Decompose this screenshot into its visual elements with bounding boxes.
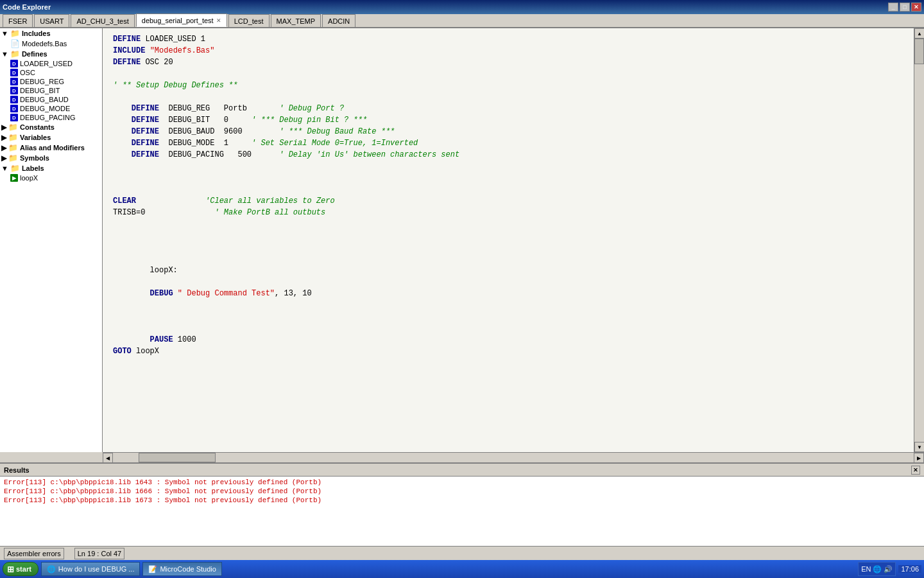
sidebar-item-modedefs[interactable]: 📄 Modedefs.Bas: [0, 39, 102, 49]
minimize-button[interactable]: _: [888, 3, 898, 12]
icon-debug-baud: D: [10, 96, 18, 103]
sidebar: ▼ 📁 Includes 📄 Modedefs.Bas ▼ 📁 Defines …: [0, 28, 103, 452]
result-line-3: Error[113] c:\pbp\pbppic18.lib 1673 : Sy…: [4, 496, 920, 505]
code-content[interactable]: DEFINE LOADER_USED 1 INCLUDE "Modedefs.B…: [103, 28, 914, 452]
network-icon: 🌐: [873, 565, 882, 574]
result-line-2: Error[113] c:\pbp\pbppic18.lib 1666 : Sy…: [4, 487, 920, 496]
title-bar: Code Explorer _ □ ✕: [0, 0, 924, 14]
window-title: Code Explorer: [3, 3, 888, 11]
sidebar-label-osc: OSC: [20, 69, 35, 76]
tab-lcd-test[interactable]: LCD_test: [228, 14, 270, 27]
sidebar-item-loader-used[interactable]: D LOADER_USED: [0, 59, 102, 68]
taskbar-microcode-label: MicroCode Studio: [160, 565, 216, 573]
locale-indicator: EN: [861, 565, 871, 573]
sidebar-item-osc[interactable]: D OSC: [0, 68, 102, 77]
sidebar-label-modedefs: Modedefs.Bas: [22, 40, 67, 48]
sidebar-section-defines[interactable]: ▼ 📁 Defines: [0, 49, 102, 59]
sidebar-label-symbols: Symbols: [20, 154, 49, 162]
sidebar-item-debug-pacing[interactable]: D DEBUG_PACING: [0, 113, 102, 122]
tab-debug-serial[interactable]: debug_serial_port_test ✕: [136, 13, 227, 27]
tab-adcin[interactable]: ADCIN: [322, 14, 355, 27]
vertical-scrollbar[interactable]: ▲ ▼: [914, 28, 924, 452]
folder-icon-includes: 📁: [10, 29, 20, 38]
sidebar-label-constants: Constants: [20, 123, 55, 131]
sidebar-section-variables[interactable]: ▶ 📁 Variables: [0, 132, 102, 143]
scroll-thumb-v[interactable]: [914, 39, 924, 64]
sidebar-section-includes[interactable]: ▼ 📁 Includes: [0, 28, 102, 39]
sidebar-label-alias: Alias and Modifiers: [20, 144, 85, 152]
status-bar: Assembler errors Ln 19 : Col 47: [0, 546, 924, 560]
sidebar-label-defines: Defines: [22, 50, 47, 58]
speaker-icon: 🔊: [884, 565, 893, 574]
icon-debug-mode: D: [10, 105, 18, 112]
status-assembler-errors: Assembler errors: [4, 548, 64, 559]
system-tray: EN 🌐 🔊: [858, 562, 896, 576]
icon-debug-bit: D: [10, 87, 18, 94]
status-position: Ln 19 : Col 47: [74, 548, 125, 559]
microcode-icon: 📝: [148, 565, 157, 574]
tab-ad-chu[interactable]: AD_CHU_3_test: [71, 14, 134, 27]
taskbar-window-ie[interactable]: 🌐 How do I use DEBUG ...: [41, 562, 141, 576]
sidebar-item-loopx[interactable]: ▶ loopX: [0, 173, 102, 182]
collapse-arrow-includes: ▼: [1, 30, 8, 37]
collapse-arrow-alias: ▶: [1, 144, 6, 152]
sidebar-section-constants[interactable]: ▶ 📁 Constants: [0, 122, 102, 132]
collapse-arrow-symbols: ▶: [1, 154, 6, 162]
ie-icon: 🌐: [47, 565, 56, 574]
results-title: Results: [4, 466, 30, 474]
tab-fser[interactable]: FSER: [3, 14, 33, 27]
taskbar-window-microcode[interactable]: 📝 MicroCode Studio: [142, 562, 221, 576]
scroll-down-button[interactable]: ▼: [914, 442, 924, 452]
scroll-right-button[interactable]: ▶: [914, 453, 924, 463]
tab-bar: FSER USART AD_CHU_3_test debug_serial_po…: [0, 14, 924, 28]
sidebar-section-symbols[interactable]: ▶ 📁 Symbols: [0, 153, 102, 163]
sidebar-item-debug-bit[interactable]: D DEBUG_BIT: [0, 86, 102, 95]
sidebar-item-debug-reg[interactable]: D DEBUG_REG: [0, 77, 102, 86]
status-left-text: Assembler errors: [7, 550, 61, 557]
icon-debug-pacing: D: [10, 114, 18, 121]
start-button[interactable]: ⊞ start: [3, 562, 38, 576]
sidebar-item-debug-mode[interactable]: D DEBUG_MODE: [0, 104, 102, 113]
tab-usart[interactable]: USART: [34, 14, 69, 27]
result-line-1: Error[113] c:\pbp\pbppic18.lib 1643 : Sy…: [4, 478, 920, 487]
collapse-arrow-defines: ▼: [1, 50, 8, 58]
horizontal-scrollbar[interactable]: ◀ ▶: [103, 452, 924, 462]
tab-max-temp[interactable]: MAX_TEMP: [271, 14, 321, 27]
taskbar: ⊞ start 🌐 How do I use DEBUG ... 📝 Micro…: [0, 560, 924, 578]
status-position-text: Ln 19 : Col 47: [78, 550, 122, 557]
results-content: Error[113] c:\pbp\pbppic18.lib 1643 : Sy…: [0, 477, 924, 546]
sidebar-label-debug-baud: DEBUG_BAUD: [20, 96, 69, 103]
sidebar-item-debug-baud[interactable]: D DEBUG_BAUD: [0, 95, 102, 104]
results-panel: Results ✕ Error[113] c:\pbp\pbppic18.lib…: [0, 462, 924, 546]
close-button[interactable]: ✕: [911, 3, 921, 12]
results-header: Results ✕: [0, 464, 924, 477]
code-editor[interactable]: DEFINE LOADER_USED 1 INCLUDE "Modedefs.B…: [103, 28, 914, 452]
icon-osc: D: [10, 69, 18, 76]
maximize-button[interactable]: □: [900, 3, 910, 12]
icon-loopx: ▶: [10, 174, 18, 182]
collapse-arrow-variables: ▶: [1, 134, 6, 142]
results-close-button[interactable]: ✕: [911, 466, 920, 475]
scroll-up-button[interactable]: ▲: [914, 28, 924, 39]
sidebar-label-includes: Includes: [22, 30, 51, 37]
windows-logo-icon: ⊞: [7, 565, 14, 574]
sidebar-label-debug-bit: DEBUG_BIT: [20, 87, 60, 94]
taskbar-right: EN 🌐 🔊 17:06: [858, 562, 921, 576]
editor-row: ▼ 📁 Includes 📄 Modedefs.Bas ▼ 📁 Defines …: [0, 28, 924, 452]
content-area: ▼ 📁 Includes 📄 Modedefs.Bas ▼ 📁 Defines …: [0, 28, 924, 560]
folder-icon-alias: 📁: [8, 143, 18, 152]
sidebar-section-alias[interactable]: ▶ 📁 Alias and Modifiers: [0, 143, 102, 153]
collapse-arrow-constants: ▶: [1, 123, 6, 132]
scroll-track-v[interactable]: [914, 39, 924, 442]
icon-debug-reg: D: [10, 78, 18, 85]
scroll-track-h[interactable]: [113, 453, 914, 462]
tab-close-icon[interactable]: ✕: [216, 17, 221, 24]
scroll-thumb-h[interactable]: [139, 453, 216, 462]
window-controls[interactable]: _ □ ✕: [888, 3, 921, 12]
system-clock: 17:06: [898, 565, 921, 573]
sidebar-label-loopx: loopX: [20, 174, 38, 182]
collapse-arrow-labels: ▼: [1, 164, 8, 172]
sidebar-section-labels[interactable]: ▼ 📁 Labels: [0, 163, 102, 173]
scroll-left-button[interactable]: ◀: [103, 453, 113, 463]
file-icon-modedefs: 📄: [10, 39, 20, 48]
